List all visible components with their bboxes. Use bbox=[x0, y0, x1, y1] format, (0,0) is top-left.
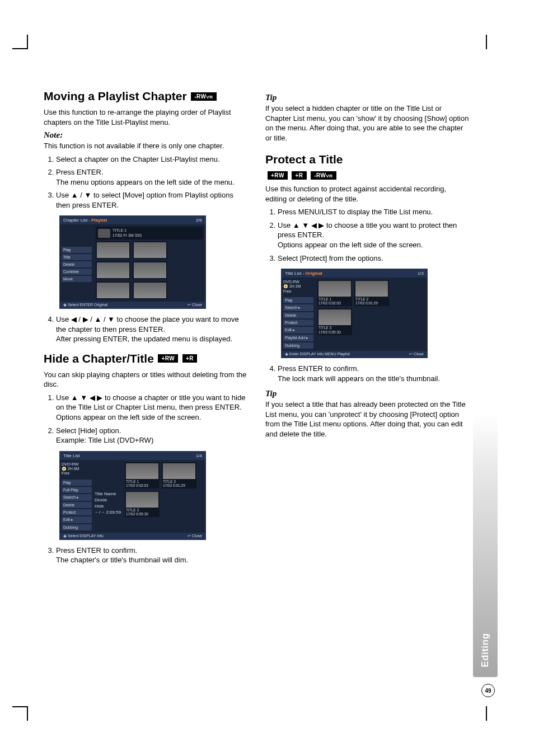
badge-plus-rw: +RW bbox=[268, 171, 288, 180]
step: Use ▲ / ▼ to select [Move] option from P… bbox=[56, 190, 247, 210]
heading-hide-chapter: Hide a Chapter/Title bbox=[44, 352, 154, 365]
step: Use ◀ / ▶ / ▲ / ▼ to choose the place yo… bbox=[56, 314, 247, 344]
section-tab-label: Editing bbox=[480, 633, 491, 667]
steps-moving-cont: Use ◀ / ▶ / ▲ / ▼ to choose the place yo… bbox=[44, 314, 247, 344]
steps-hide-cont: Press ENTER to confirm. The chapter's or… bbox=[44, 546, 247, 565]
crop-mark bbox=[12, 706, 27, 707]
crop-mark bbox=[12, 48, 27, 49]
tip-body: If you select a title that has already b… bbox=[265, 400, 469, 439]
badge-plus-rw: +RW bbox=[158, 354, 178, 363]
step: Select [Protect] from the options. bbox=[278, 253, 469, 264]
steps-protect-cont: Press ENTER to confirm. The lock mark wi… bbox=[265, 364, 469, 383]
tip-label: Tip bbox=[265, 389, 469, 398]
intro-text: Use this function to protect against acc… bbox=[265, 184, 469, 204]
tip-label: Tip bbox=[265, 93, 469, 102]
badge-plus-r: +R bbox=[182, 354, 197, 363]
crop-mark bbox=[486, 706, 487, 721]
intro-text: Use this function to re-arrange the play… bbox=[44, 107, 247, 127]
step: Press ENTER. The menu options appears on… bbox=[56, 167, 247, 187]
heading-moving-playlist: Moving a Playlist Chapter bbox=[44, 90, 187, 102]
step: Press ENTER to confirm. The chapter's or… bbox=[56, 546, 247, 565]
step: Use ▲ ▼ ◀ ▶ to choose a chapter or title… bbox=[56, 393, 247, 422]
step: Press ENTER to confirm. The lock mark wi… bbox=[278, 364, 469, 383]
screenshot-title-list-hide: Title List 1/4 DVD+RW 📀 2H 8M Free Play … bbox=[59, 451, 206, 540]
screenshot-title-list-protect: Title List - Original 1/3 DVD-RW 📀 2H 2M… bbox=[281, 269, 428, 358]
badge-rwvr: -RWVR bbox=[191, 92, 216, 101]
right-column: Tip If you select a hidden chapter or ti… bbox=[265, 90, 469, 571]
crop-mark bbox=[27, 35, 28, 49]
crop-mark bbox=[27, 706, 28, 721]
steps-moving: Select a chapter on the Chapter List-Pla… bbox=[44, 154, 247, 210]
left-column: Moving a Playlist Chapter -RWVR Use this… bbox=[44, 90, 247, 571]
steps-protect: Press MENU/LIST to display the Title Lis… bbox=[265, 207, 469, 263]
badge-plus-r: +R bbox=[292, 171, 306, 180]
badge-rwvr: -RWVR bbox=[311, 171, 336, 180]
tip-body: If you select a hidden chapter or title … bbox=[265, 104, 469, 143]
step: Select [Hide] option. Example: Title Lis… bbox=[56, 426, 247, 445]
heading-protect-title: Protect a Title bbox=[265, 153, 343, 166]
section-tab: Editing bbox=[473, 414, 498, 677]
screenshot-chapter-list-playlist: Chapter List - Playlist 2/6 Play Title D… bbox=[59, 215, 206, 309]
step: Use ▲ ▼ ◀ ▶ to choose a title you want t… bbox=[278, 220, 469, 250]
note-label: Note: bbox=[44, 130, 247, 140]
step: Select a chapter on the Chapter List-Pla… bbox=[56, 154, 247, 165]
note-body: This function is not available if there … bbox=[44, 141, 247, 151]
page-number: 49 bbox=[481, 684, 495, 697]
step: Press MENU/LIST to display the Title Lis… bbox=[278, 207, 469, 217]
steps-hide: Use ▲ ▼ ◀ ▶ to choose a chapter or title… bbox=[44, 393, 247, 445]
crop-mark bbox=[486, 35, 487, 49]
intro-text: You can skip playing chapters or titles … bbox=[44, 370, 247, 389]
page-content: Moving a Playlist Chapter -RWVR Use this… bbox=[44, 90, 469, 571]
